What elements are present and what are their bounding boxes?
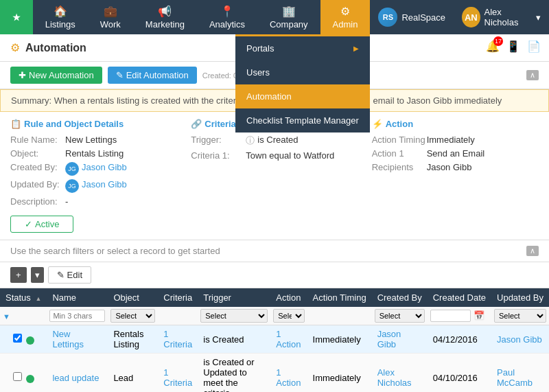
- th-action-timing[interactable]: Action Timing: [307, 288, 372, 307]
- th-name[interactable]: Name: [47, 288, 108, 307]
- row-updatedby-cell: Jason Gibb: [491, 325, 549, 354]
- row-name-link[interactable]: New Lettings: [52, 329, 84, 349]
- dropdown-portals[interactable]: Portals ▶: [235, 36, 370, 60]
- th-criteria[interactable]: Criteria: [158, 288, 198, 307]
- nav-admin[interactable]: ⚙ Admin: [320, 0, 371, 34]
- user-menu[interactable]: AN Alex Nicholas ▾: [454, 0, 549, 34]
- action1-row: Action 1 Send an Email: [372, 148, 539, 159]
- filter-date-input[interactable]: [430, 310, 471, 322]
- trigger-value: is Created: [257, 135, 298, 145]
- filter-name-input[interactable]: [49, 310, 105, 322]
- add-record-button[interactable]: +: [10, 267, 27, 283]
- nav-company[interactable]: 🏢 Company: [257, 0, 320, 34]
- row-updatedby-link[interactable]: Paul McCamb: [497, 367, 533, 388]
- row-createdby-cell: Alex Nicholas: [372, 354, 428, 393]
- top-navigation: ★ 🏠 Listings 💼 Work 📢 Marketing 📍 Analyt…: [0, 0, 549, 34]
- admin-icon: ⚙: [340, 5, 350, 18]
- add-icon: +: [16, 270, 21, 280]
- row-status-cell[interactable]: [0, 354, 47, 393]
- row-createddate-cell: 04/10/2016: [428, 354, 491, 393]
- th-trigger[interactable]: Trigger: [198, 288, 270, 307]
- th-updated-by[interactable]: Updated By: [491, 288, 549, 307]
- filter-action-cell[interactable]: Select: [270, 307, 307, 325]
- company-icon: 🏢: [282, 5, 296, 18]
- row-action-count[interactable]: 1 Action: [276, 367, 301, 388]
- th-created-date[interactable]: Created Date: [428, 288, 491, 307]
- nav-analytics[interactable]: 📍 Analytics: [197, 0, 257, 34]
- trigger-label: Trigger:: [191, 135, 246, 145]
- new-automation-button[interactable]: ✚ New Automation: [10, 67, 102, 84]
- nav-right-area: RS RealSpace AN Alex Nicholas ▾: [370, 0, 549, 34]
- notification-bell-button[interactable]: 🔔 17: [486, 40, 500, 53]
- filter-status-cell: ▼: [0, 307, 47, 325]
- nav-marketing[interactable]: 📢 Marketing: [133, 0, 197, 34]
- nav-listings[interactable]: 🏠 Listings: [33, 0, 88, 34]
- dropdown-automation[interactable]: Automation: [235, 84, 370, 108]
- realspace-brand: RS RealSpace: [370, 0, 454, 34]
- row-createdby-link[interactable]: Alex Nicholas: [377, 367, 412, 388]
- filter-trigger-cell[interactable]: Select: [198, 307, 270, 325]
- filter-object-cell[interactable]: Select: [108, 307, 158, 325]
- filter-updatedby-select[interactable]: Select: [494, 309, 546, 323]
- document-icon-button[interactable]: 📄: [527, 40, 541, 53]
- mobile-icon-button[interactable]: 📱: [506, 40, 520, 53]
- filter-createdby-select[interactable]: Select: [375, 309, 425, 323]
- user-dropdown-icon: ▾: [536, 12, 541, 23]
- row-checkbox[interactable]: [13, 372, 22, 381]
- nav-work[interactable]: 💼 Work: [88, 0, 133, 34]
- pencil-icon: ✎: [116, 70, 124, 80]
- top-right-icons: 🔔 17 📱 📄: [486, 40, 541, 53]
- page-title: Automation: [25, 42, 86, 54]
- th-action[interactable]: Action: [270, 288, 307, 307]
- action1-value: Send an Email: [427, 148, 485, 159]
- th-object[interactable]: Object: [108, 288, 158, 307]
- add-dropdown-button[interactable]: ▾: [31, 267, 44, 283]
- edit-record-button[interactable]: ✎ Edit: [48, 266, 91, 284]
- dropdown-users[interactable]: Users: [235, 60, 370, 84]
- filter-date-cell[interactable]: 📅: [428, 307, 491, 325]
- bottom-toolbar: + ▾ ✎ Edit: [0, 262, 549, 288]
- rule-section-header: 📋 Rule and Object Details: [10, 119, 177, 129]
- row-criteria-count[interactable]: 1 Criteria: [163, 329, 192, 349]
- object-row: Object: Rentals Listing: [10, 148, 177, 159]
- collapse-top-panel-button[interactable]: ∧: [526, 70, 539, 80]
- checklist-label: Checklist Template Manager: [246, 115, 359, 126]
- filter-object-select[interactable]: Select: [110, 309, 155, 323]
- row-name-cell: New Lettings: [47, 325, 108, 354]
- filter-action-select[interactable]: Select: [273, 309, 304, 323]
- row-createdby-link[interactable]: Jason Gibb: [377, 329, 401, 349]
- username-label: Alex Nicholas: [484, 7, 532, 27]
- portals-arrow-icon: ▶: [353, 45, 359, 52]
- recipients-value: Jason Gibb: [427, 162, 472, 172]
- app-logo: ★: [0, 0, 33, 34]
- filter-trigger-select[interactable]: Select: [200, 309, 268, 323]
- th-created-by[interactable]: Created By: [372, 288, 428, 307]
- row-name-link[interactable]: lead update: [52, 373, 99, 383]
- rule-name-label: Rule Name:: [10, 135, 65, 145]
- edit-pencil-icon: ✎: [57, 270, 65, 280]
- active-badge: ✓ Active: [10, 216, 73, 233]
- dropdown-arrow-icon: ▾: [35, 270, 40, 280]
- filter-updatedby-cell[interactable]: Select: [491, 307, 549, 325]
- trigger-row: Trigger: ⓘ is Created: [191, 135, 358, 147]
- row-status-cell[interactable]: [0, 325, 47, 354]
- edit-automation-button[interactable]: ✎ Edit Automation: [108, 67, 197, 84]
- rule-section-icon: 📋: [10, 119, 21, 129]
- row-updatedby-link[interactable]: Jason Gibb: [497, 334, 542, 345]
- filter-status-toggle[interactable]: ▼: [3, 312, 10, 321]
- logo-icon: ★: [12, 12, 21, 23]
- nav-company-label: Company: [270, 19, 308, 30]
- created-by-link[interactable]: Jason Gibb: [82, 162, 127, 172]
- filter-name-cell[interactable]: [47, 307, 108, 325]
- collapse-lower-panel-button[interactable]: ∧: [526, 246, 539, 256]
- row-criteria-count[interactable]: 1 Criteria: [163, 367, 192, 388]
- rule-object-section: 📋 Rule and Object Details Rule Name: New…: [10, 119, 177, 210]
- calendar-icon[interactable]: 📅: [474, 310, 484, 321]
- filter-createdby-cell[interactable]: Select: [372, 307, 428, 325]
- dropdown-checklist[interactable]: Checklist Template Manager: [235, 108, 370, 132]
- row-action-count[interactable]: 1 Action: [276, 329, 301, 349]
- row-checkbox[interactable]: [13, 334, 22, 343]
- nav-work-label: Work: [100, 19, 121, 30]
- nav-analytics-label: Analytics: [209, 19, 245, 30]
- updated-by-link[interactable]: Jason Gibb: [82, 179, 127, 189]
